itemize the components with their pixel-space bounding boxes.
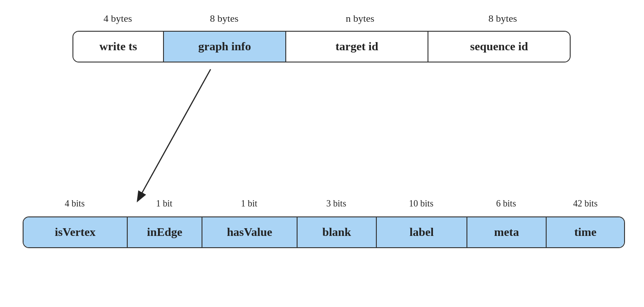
- top-label-0: 4 bytes: [72, 13, 163, 24]
- bottom-label-4: 10 bits: [376, 198, 466, 209]
- bottom-bit-labels: 4 bits 1 bit 1 bit 3 bits 10 bits 6 bits…: [23, 198, 625, 209]
- bottom-label-3: 3 bits: [297, 198, 376, 209]
- bottom-bar: isVertex inEdge hasValue blank label met…: [23, 216, 625, 248]
- top-label-1: 8 bytes: [163, 13, 285, 24]
- cell-isvertex: isVertex: [24, 217, 128, 247]
- top-byte-labels: 4 bytes 8 bytes n bytes 8 bytes: [72, 13, 571, 24]
- diagram: 4 bytes 8 bytes n bytes 8 bytes write ts…: [0, 0, 644, 307]
- top-label-3: 8 bytes: [435, 13, 571, 24]
- cell-meta: meta: [467, 217, 547, 247]
- arrow: [91, 62, 235, 212]
- bottom-label-6: 42 bits: [546, 198, 625, 209]
- cell-sequence-id: sequence id: [428, 32, 570, 62]
- cell-graph-info: graph info: [164, 32, 286, 62]
- cell-blank: blank: [298, 217, 377, 247]
- bottom-label-5: 6 bits: [466, 198, 546, 209]
- cell-time: time: [547, 217, 624, 247]
- bottom-label-0: 4 bits: [23, 198, 127, 209]
- bottom-label-2: 1 bit: [202, 198, 297, 209]
- cell-target-id: target id: [286, 32, 428, 62]
- cell-inedge: inEdge: [128, 217, 202, 247]
- cell-label: label: [377, 217, 467, 247]
- cell-hasvalue: hasValue: [202, 217, 298, 247]
- top-bar: write ts graph info target id sequence i…: [72, 31, 571, 62]
- svg-line-1: [139, 69, 211, 197]
- top-label-2: n bytes: [285, 13, 435, 24]
- cell-write-ts: write ts: [73, 32, 164, 62]
- bottom-label-1: 1 bit: [127, 198, 202, 209]
